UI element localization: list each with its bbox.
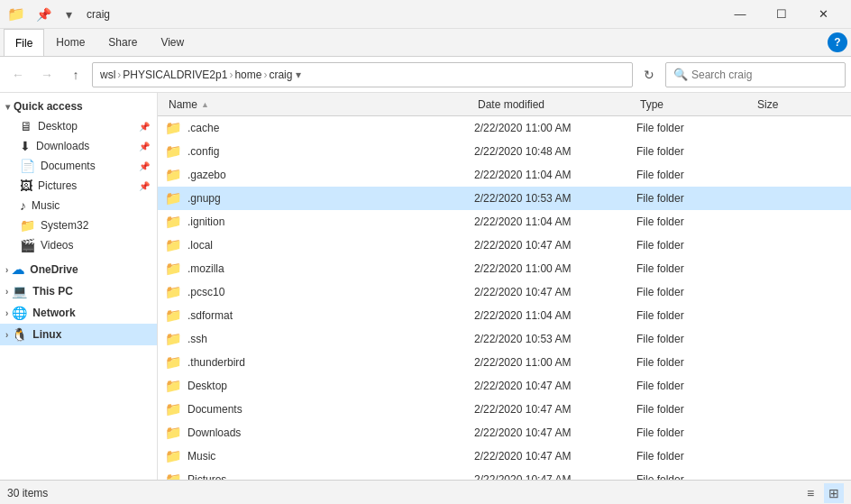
table-row[interactable]: 📁 .cache 2/22/2020 11:00 AM File folder (158, 116, 851, 140)
folder-icon: 📁 (165, 425, 182, 441)
file-date-cell: 2/22/2020 10:47 AM (474, 403, 636, 416)
table-row[interactable]: 📁 .mozilla 2/22/2020 11:00 AM File folde… (158, 257, 851, 280)
details-view-btn[interactable]: ≡ (801, 483, 820, 503)
back-button[interactable]: ← (5, 62, 31, 87)
file-name-text: .gnupg (188, 192, 221, 205)
file-date-cell: 2/22/2020 11:00 AM (474, 262, 636, 275)
col-name-label: Name (169, 98, 197, 111)
file-name-cell: 📁 Music (165, 448, 474, 464)
sidebar-item-pictures[interactable]: 🖼 Pictures 📌 (0, 176, 157, 196)
onedrive-label: OneDrive (30, 263, 78, 276)
address-input[interactable]: wsl › PHYSICALDRIVE2p1 › home › craig ▾ (92, 62, 633, 87)
file-name-text: Pictures (188, 473, 226, 480)
videos-icon: 🎬 (20, 238, 35, 252)
table-row[interactable]: 📁 Downloads 2/22/2020 10:47 AM File fold… (158, 421, 851, 444)
folder-icon: 📁 (165, 143, 182, 160)
pin-icon-desktop: 📌 (139, 122, 150, 132)
col-type-label: Type (640, 98, 663, 111)
file-type-cell: File folder (636, 426, 754, 439)
sidebar-section-this-pc[interactable]: › 💻 This PC (0, 280, 157, 302)
close-button[interactable]: ✕ (802, 0, 844, 29)
table-row[interactable]: 📁 .config 2/22/2020 10:48 AM File folder (158, 140, 851, 163)
quick-access-label: Quick access (14, 100, 83, 113)
folder-icon: 📁 (165, 401, 182, 417)
file-date-cell: 2/22/2020 11:00 AM (474, 122, 636, 134)
onedrive-icon: ☁ (12, 262, 24, 277)
file-name-text: .sdformat (188, 309, 233, 322)
file-date-cell: 2/22/2020 11:04 AM (474, 309, 636, 322)
file-name-cell: 📁 .thunderbird (165, 354, 474, 371)
folder-icon: 📁 (165, 261, 182, 277)
file-name-text: .ssh (188, 333, 207, 345)
file-type-cell: File folder (636, 380, 754, 392)
file-name-text: .local (188, 239, 213, 252)
up-button[interactable]: ↑ (63, 62, 88, 87)
quick-access-pin-btn[interactable]: 📌 (32, 4, 54, 25)
large-icon-view-btn[interactable]: ⊞ (824, 483, 844, 503)
table-row[interactable]: 📁 .thunderbird 2/22/2020 11:00 AM File f… (158, 351, 851, 374)
tab-view[interactable]: View (149, 29, 196, 56)
sidebar-section-onedrive[interactable]: › ☁ OneDrive (0, 259, 157, 280)
sidebar-section-linux[interactable]: › 🐧 Linux (0, 324, 157, 345)
col-header-date[interactable]: Date modified (474, 93, 636, 115)
onedrive-chevron-icon: › (5, 265, 8, 275)
forward-button[interactable]: → (34, 62, 59, 87)
tab-share[interactable]: Share (96, 29, 149, 56)
this-pc-chevron-icon: › (5, 287, 8, 297)
search-box[interactable]: 🔍 (665, 62, 846, 87)
table-row[interactable]: 📁 .pcsc10 2/22/2020 10:47 AM File folder (158, 280, 851, 304)
sidebar-item-downloads[interactable]: ⬇ Downloads 📌 (0, 136, 157, 156)
pin-icon-pictures: 📌 (139, 181, 150, 191)
sidebar-section-network[interactable]: › 🌐 Network (0, 302, 157, 324)
table-row[interactable]: 📁 .gnupg 2/22/2020 10:53 AM File folder (158, 187, 851, 210)
sidebar-section-quick-access[interactable]: ▾ Quick access (0, 96, 157, 116)
table-row[interactable]: 📁 Desktop 2/22/2020 10:47 AM File folder (158, 374, 851, 398)
title-bar: 📁 📌 ▾ craig — ☐ ✕ (0, 0, 851, 29)
search-input[interactable] (691, 69, 837, 81)
sidebar-item-videos[interactable]: 🎬 Videos (0, 235, 157, 255)
sidebar-label-documents: Documents (41, 160, 96, 172)
file-type-cell: File folder (636, 356, 754, 369)
file-date-cell: 2/22/2020 10:47 AM (474, 473, 636, 480)
quick-access-down-btn[interactable]: ▾ (58, 4, 79, 25)
col-header-name[interactable]: Name ▲ (165, 93, 474, 115)
table-row[interactable]: 📁 .sdformat 2/22/2020 11:04 AM File fold… (158, 304, 851, 327)
window-controls: — ☐ ✕ (719, 0, 844, 29)
file-type-cell: File folder (636, 262, 754, 275)
col-header-type[interactable]: Type (636, 93, 754, 115)
desktop-icon: 🖥 (20, 119, 32, 133)
quick-access-chevron-icon: ▾ (5, 102, 10, 112)
file-date-cell: 2/22/2020 10:47 AM (474, 380, 636, 392)
help-button[interactable]: ? (828, 32, 847, 52)
tab-file[interactable]: File (4, 29, 44, 56)
network-label: Network (32, 307, 75, 319)
tab-home[interactable]: Home (44, 29, 96, 56)
folder-icon: 📁 (165, 214, 182, 230)
file-type-cell: File folder (636, 333, 754, 345)
sidebar-item-desktop[interactable]: 🖥 Desktop 📌 (0, 116, 157, 136)
sidebar-item-documents[interactable]: 📄 Documents 📌 (0, 156, 157, 176)
file-type-cell: File folder (636, 192, 754, 205)
file-date-cell: 2/22/2020 10:47 AM (474, 286, 636, 298)
pin-icon-downloads: 📌 (139, 142, 150, 151)
col-header-size[interactable]: Size (754, 93, 844, 115)
table-row[interactable]: 📁 .local 2/22/2020 10:47 AM File folder (158, 234, 851, 257)
file-type-cell: File folder (636, 473, 754, 480)
file-list-header: Name ▲ Date modified Type Size (158, 93, 851, 116)
table-row[interactable]: 📁 .ignition 2/22/2020 11:04 AM File fold… (158, 210, 851, 234)
minimize-button[interactable]: — (719, 0, 761, 29)
table-row[interactable]: 📁 Documents 2/22/2020 10:47 AM File fold… (158, 398, 851, 421)
crumb-wsl: wsl (100, 69, 115, 81)
table-row[interactable]: 📁 Pictures 2/22/2020 10:47 AM File folde… (158, 468, 851, 480)
sidebar-item-music[interactable]: ♪ Music (0, 196, 157, 215)
maximize-button[interactable]: ☐ (761, 0, 802, 29)
table-row[interactable]: 📁 Music 2/22/2020 10:47 AM File folder (158, 444, 851, 468)
table-row[interactable]: 📁 .ssh 2/22/2020 10:53 AM File folder (158, 327, 851, 351)
file-name-cell: 📁 Pictures (165, 472, 474, 480)
refresh-button[interactable]: ↻ (636, 62, 662, 87)
file-date-cell: 2/22/2020 10:47 AM (474, 239, 636, 252)
file-name-cell: 📁 .sdformat (165, 307, 474, 324)
sidebar-item-system32[interactable]: 📁 System32 (0, 215, 157, 235)
table-row[interactable]: 📁 .gazebo 2/22/2020 11:04 AM File folder (158, 163, 851, 187)
file-list-body[interactable]: 📁 .cache 2/22/2020 11:00 AM File folder … (158, 116, 851, 480)
